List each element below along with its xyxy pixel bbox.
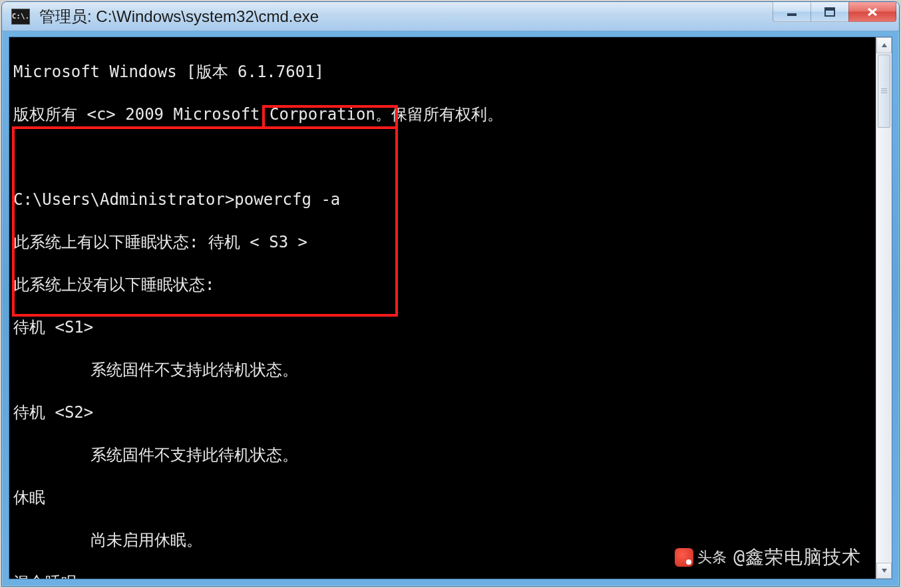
window-controls: [773, 2, 896, 22]
svg-marker-6: [882, 569, 887, 573]
console-line: 此系统上有以下睡眠状态: 待机 < S3 >: [13, 231, 876, 253]
console-line: 待机 <S1>: [13, 317, 876, 338]
close-icon: [866, 7, 878, 17]
app-icon: C:\.: [11, 9, 30, 25]
vertical-scrollbar[interactable]: [876, 37, 892, 579]
console-output[interactable]: Microsoft Windows [版本 6.1.7601] 版权所有 <c>…: [9, 37, 876, 579]
console-line: 混合睡眠: [13, 572, 876, 579]
toutiao-icon: [675, 548, 693, 567]
chevron-down-icon: [881, 568, 888, 573]
scroll-down-button[interactable]: [876, 563, 892, 579]
console-line: 版权所有 <c> 2009 Microsoft Corporation。保留所有…: [13, 104, 876, 125]
chevron-up-icon: [881, 43, 888, 48]
scrollbar-thumb[interactable]: [878, 55, 890, 128]
console-line: 此系统上没有以下睡眠状态:: [13, 274, 876, 295]
close-button[interactable]: [848, 2, 896, 22]
scrollbar-track[interactable]: [876, 53, 892, 563]
console-line: Microsoft Windows [版本 6.1.7601]: [13, 61, 876, 82]
console-line: 待机 <S2>: [13, 402, 876, 423]
cmd-window: C:\. 管理员: C:\Windows\system32\cmd.exe Mi…: [1, 1, 900, 587]
prompt-path: C:\Users\Administrator>: [13, 190, 234, 209]
client-area: Microsoft Windows [版本 6.1.7601] 版权所有 <c>…: [9, 37, 892, 579]
maximize-icon: [824, 7, 835, 17]
prompt-command: powercfg -a: [234, 190, 340, 209]
console-line: 系统固件不支持此待机状态。: [13, 359, 876, 380]
console-line: 休眠: [13, 487, 876, 508]
svg-rect-2: [825, 8, 834, 11]
titlebar[interactable]: C:\. 管理员: C:\Windows\system32\cmd.exe: [2, 2, 899, 31]
minimize-button[interactable]: [773, 2, 811, 22]
svg-rect-0: [787, 13, 797, 16]
console-line: 系统固件不支持此待机状态。: [13, 444, 876, 466]
console-line: 尚未启用休眠。: [13, 529, 876, 551]
maximize-button[interactable]: [811, 2, 849, 22]
minimize-icon: [787, 7, 797, 17]
svg-marker-5: [882, 43, 887, 47]
console-prompt-line: C:\Users\Administrator>powercfg -a: [13, 189, 876, 210]
console-line: [13, 146, 876, 168]
window-title: 管理员: C:\Windows\system32\cmd.exe: [39, 6, 319, 27]
scroll-up-button[interactable]: [876, 37, 892, 53]
